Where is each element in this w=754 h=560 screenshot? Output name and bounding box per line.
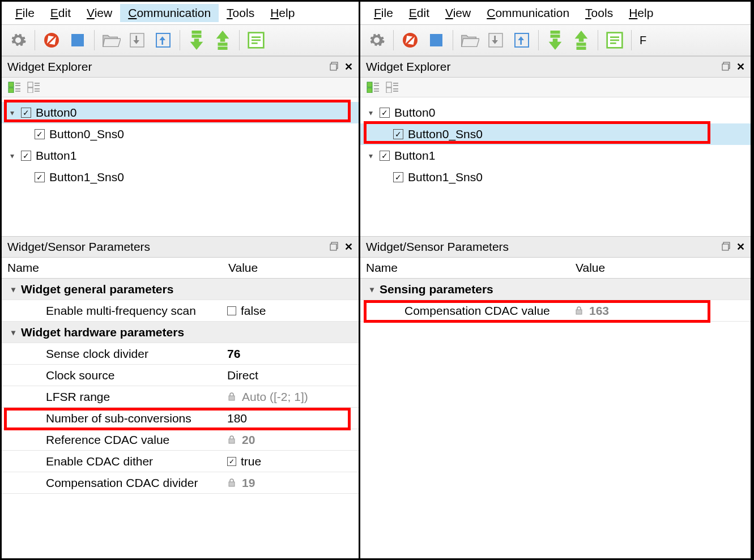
tree-item-button0-sns0[interactable]: Button0_Sns0 — [2, 123, 359, 145]
svg-rect-15 — [330, 64, 336, 70]
open-folder-icon[interactable] — [458, 28, 482, 52]
open-folder-icon[interactable] — [99, 28, 123, 52]
tree-item-button1-sns0[interactable]: Button1_Sns0 — [360, 166, 751, 188]
param-cdac-divider[interactable]: Compensation CDAC divider 19 — [2, 472, 359, 494]
svg-rect-42 — [577, 42, 586, 46]
close-icon[interactable]: ✕ — [736, 61, 745, 73]
menu-edit[interactable]: Edit — [42, 4, 79, 22]
menubar-right: File Edit View Communication Tools Help — [360, 2, 751, 24]
svg-rect-31 — [229, 439, 235, 443]
close-icon[interactable]: ✕ — [344, 241, 353, 253]
stop-icon[interactable] — [424, 28, 448, 52]
menu-communication[interactable]: Communication — [479, 4, 577, 22]
menu-edit[interactable]: Edit — [401, 4, 437, 22]
col-name: Name — [360, 258, 570, 278]
gear-icon[interactable] — [365, 28, 389, 52]
tree-item-button0-sns0[interactable]: Button0_Sns0 — [360, 123, 751, 145]
svg-rect-39 — [551, 31, 560, 34]
param-lfsr[interactable]: LFSR range Auto ([-2; 1]) — [2, 386, 359, 408]
restore-icon[interactable] — [722, 60, 731, 74]
checkbox[interactable] — [21, 108, 31, 118]
svg-rect-63 — [576, 310, 582, 314]
menu-tools[interactable]: Tools — [577, 4, 621, 22]
svg-rect-6 — [192, 31, 202, 34]
svg-rect-29 — [330, 244, 336, 250]
menubar-left: File Edit View Communication Tools Help — [2, 2, 359, 24]
uncheck-all-icon[interactable] — [385, 81, 400, 93]
gear-icon[interactable] — [6, 28, 30, 52]
col-name: Name — [2, 258, 223, 278]
restore-icon[interactable] — [722, 240, 731, 254]
widget-explorer-title: Widget Explorer — [7, 60, 92, 74]
checkbox[interactable] — [393, 172, 403, 182]
chevron-down-icon[interactable] — [8, 285, 18, 294]
arrow-up-green-icon[interactable] — [569, 28, 593, 52]
param-subconv[interactable]: Number of sub-conversions 180 — [2, 408, 359, 429]
checkbox[interactable] — [35, 172, 45, 182]
svg-rect-55 — [386, 82, 391, 87]
param-multi-freq[interactable]: Enable multi-frequency scan false — [2, 300, 359, 322]
close-icon[interactable]: ✕ — [736, 241, 745, 253]
svg-rect-49 — [367, 82, 372, 87]
menu-file[interactable]: File — [366, 4, 401, 22]
widget-explorer-header-right: Widget Explorer ✕ — [360, 56, 751, 78]
menu-view[interactable]: View — [437, 4, 479, 22]
menu-communication[interactable]: Communication — [120, 4, 219, 22]
download-icon[interactable] — [484, 28, 508, 52]
restore-icon[interactable] — [330, 60, 339, 74]
checkbox-unchecked[interactable] — [227, 306, 236, 315]
tree-item-button0[interactable]: Button0 — [360, 102, 751, 123]
tree-item-button1-sns0[interactable]: Button1_Sns0 — [2, 166, 359, 188]
param-group-general[interactable]: Widget general parameters — [2, 279, 359, 300]
widget-tree-left: Button0 Button0_Sns0 Button1 Button1_Sns… — [2, 97, 359, 236]
param-sense-clock[interactable]: Sense clock divider 76 — [2, 343, 359, 365]
list-green-icon[interactable] — [603, 28, 627, 52]
param-group-hardware[interactable]: Widget hardware parameters — [2, 322, 359, 343]
checkbox[interactable] — [35, 129, 45, 139]
list-green-icon[interactable] — [244, 28, 268, 52]
tree-item-button1[interactable]: Button1 — [2, 145, 359, 166]
param-dither[interactable]: Enable CDAC dither true — [2, 451, 359, 472]
checkbox[interactable] — [380, 151, 390, 161]
menu-tools[interactable]: Tools — [219, 4, 262, 22]
checkbox[interactable] — [21, 151, 31, 161]
arrow-down-green-icon[interactable] — [543, 28, 567, 52]
svg-rect-7 — [192, 35, 202, 38]
uncheck-all-icon[interactable] — [27, 81, 41, 93]
stop-icon[interactable] — [66, 28, 90, 52]
chevron-down-icon[interactable] — [7, 151, 16, 160]
chevron-down-icon[interactable] — [8, 328, 18, 337]
restore-icon[interactable] — [330, 240, 339, 254]
lock-icon — [227, 478, 237, 488]
upload-icon[interactable] — [151, 28, 175, 52]
tree-item-button1[interactable]: Button1 — [360, 145, 751, 166]
check-all-icon[interactable] — [366, 81, 381, 93]
menu-file[interactable]: File — [7, 4, 42, 22]
svg-rect-48 — [722, 64, 729, 70]
chevron-down-icon[interactable] — [7, 108, 16, 117]
upload-icon[interactable] — [510, 28, 534, 52]
checkbox[interactable] — [393, 129, 403, 139]
param-comp-cdac[interactable]: Compensation CDAC value 163 — [360, 300, 751, 322]
download-icon[interactable] — [125, 28, 149, 52]
close-icon[interactable]: ✕ — [344, 61, 353, 73]
param-clock-source[interactable]: Clock source Direct — [2, 365, 359, 386]
menu-help[interactable]: Help — [621, 4, 661, 22]
tree-item-button0[interactable]: Button0 — [2, 102, 359, 123]
chevron-down-icon[interactable] — [367, 285, 376, 294]
disconnect-icon[interactable] — [40, 28, 63, 52]
menu-help[interactable]: Help — [262, 4, 303, 22]
disconnect-icon[interactable] — [398, 28, 422, 52]
param-ref-cdac[interactable]: Reference CDAC value 20 — [2, 429, 359, 451]
chevron-down-icon[interactable] — [366, 108, 375, 117]
chevron-down-icon[interactable] — [366, 151, 375, 160]
param-group-sensing[interactable]: Sensing parameters — [360, 279, 751, 300]
checkbox[interactable] — [380, 108, 390, 118]
arrow-down-green-icon[interactable] — [185, 28, 208, 52]
col-value: Value — [223, 258, 359, 278]
param-columns: Name Value — [2, 258, 359, 279]
checkbox-checked[interactable] — [227, 457, 236, 466]
arrow-up-green-icon[interactable] — [211, 28, 235, 52]
menu-view[interactable]: View — [79, 4, 120, 22]
check-all-icon[interactable] — [7, 81, 22, 93]
